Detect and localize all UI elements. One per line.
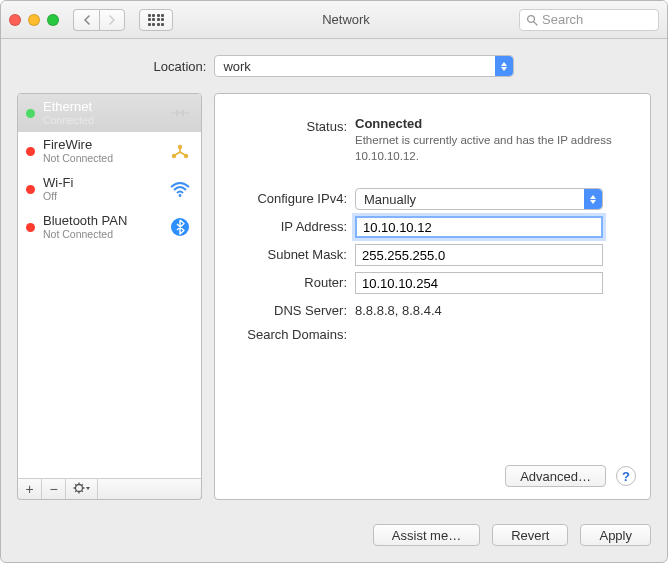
gear-icon <box>73 482 91 494</box>
svg-line-15 <box>81 484 82 485</box>
location-label: Location: <box>154 59 207 74</box>
service-item-wifi[interactable]: Wi-Fi Off <box>18 170 201 208</box>
service-name: Bluetooth PAN <box>43 214 159 229</box>
zoom-window-button[interactable] <box>47 14 59 26</box>
advanced-button[interactable]: Advanced… <box>505 465 606 487</box>
apply-button[interactable]: Apply <box>580 524 651 546</box>
svg-line-14 <box>75 491 76 492</box>
status-dot-icon <box>26 109 35 118</box>
select-stepper-icon <box>495 56 513 76</box>
configure-ipv4-value: Manually <box>364 192 416 207</box>
service-status: Connected <box>43 114 159 126</box>
svg-point-2 <box>178 145 182 149</box>
search-icon <box>526 14 538 26</box>
minimize-window-button[interactable] <box>28 14 40 26</box>
subnet-mask-field[interactable] <box>355 244 603 266</box>
router-label: Router: <box>221 272 355 290</box>
svg-point-7 <box>75 485 82 492</box>
window-title: Network <box>181 12 511 27</box>
service-sidebar: Ethernet Connected FireWire Not Connecte… <box>17 93 202 500</box>
location-row: Location: work <box>17 55 651 77</box>
subnet-mask-label: Subnet Mask: <box>221 244 355 262</box>
search-field[interactable]: Search <box>519 9 659 31</box>
firewire-icon <box>167 140 193 162</box>
service-item-bluetooth[interactable]: Bluetooth PAN Not Connected <box>18 208 201 246</box>
select-stepper-icon <box>584 189 602 209</box>
network-prefs-window: Network Search Location: work Ethernet <box>0 0 668 563</box>
search-placeholder: Search <box>542 12 583 27</box>
service-item-firewire[interactable]: FireWire Not Connected <box>18 132 201 170</box>
bluetooth-icon <box>167 216 193 238</box>
status-value: Connected <box>355 116 632 131</box>
add-service-button[interactable]: + <box>18 479 42 499</box>
configure-ipv4-label: Configure IPv4: <box>221 188 355 206</box>
show-all-button[interactable] <box>139 9 173 31</box>
service-status: Off <box>43 190 159 202</box>
status-dot-icon <box>26 223 35 232</box>
router-field[interactable] <box>355 272 603 294</box>
search-domains-label: Search Domains: <box>221 324 355 342</box>
revert-button[interactable]: Revert <box>492 524 568 546</box>
service-list[interactable]: Ethernet Connected FireWire Not Connecte… <box>17 93 202 479</box>
remove-service-button[interactable]: − <box>42 479 66 499</box>
forward-button[interactable] <box>99 9 125 31</box>
nav-back-forward <box>73 9 125 31</box>
svg-line-12 <box>75 484 76 485</box>
service-status: Not Connected <box>43 228 159 240</box>
titlebar: Network Search <box>1 1 667 39</box>
configure-ipv4-select[interactable]: Manually <box>355 188 603 210</box>
service-name: Ethernet <box>43 100 159 115</box>
service-item-ethernet[interactable]: Ethernet Connected <box>18 94 201 132</box>
service-name: FireWire <box>43 138 159 153</box>
window-controls <box>9 14 59 26</box>
help-button[interactable]: ? <box>616 466 636 486</box>
svg-point-5 <box>179 194 182 197</box>
grid-icon <box>148 14 165 26</box>
status-hint: Ethernet is currently active and has the… <box>355 133 632 164</box>
content-area: Location: work Ethernet Connected <box>1 39 667 512</box>
dns-server-value: 8.8.8.8, 8.8.4.4 <box>355 303 442 318</box>
close-window-button[interactable] <box>9 14 21 26</box>
dns-server-label: DNS Server: <box>221 300 355 318</box>
service-toolbar: + − <box>17 478 202 500</box>
ip-address-field[interactable] <box>355 216 603 238</box>
ip-address-label: IP Address: <box>221 216 355 234</box>
location-value: work <box>223 59 250 74</box>
service-name: Wi-Fi <box>43 176 159 191</box>
detail-pane: Status: Connected Ethernet is currently … <box>214 93 651 500</box>
svg-line-13 <box>81 491 82 492</box>
back-button[interactable] <box>73 9 99 31</box>
location-select[interactable]: work <box>214 55 514 77</box>
wifi-icon <box>167 178 193 200</box>
service-action-menu[interactable] <box>66 479 98 499</box>
svg-line-1 <box>534 21 537 24</box>
assist-me-button[interactable]: Assist me… <box>373 524 480 546</box>
ethernet-icon <box>167 102 193 124</box>
status-label: Status: <box>221 116 355 134</box>
footer-buttons: Assist me… Revert Apply <box>1 512 667 562</box>
status-dot-icon <box>26 147 35 156</box>
status-dot-icon <box>26 185 35 194</box>
service-status: Not Connected <box>43 152 159 164</box>
main-row: Ethernet Connected FireWire Not Connecte… <box>17 93 651 500</box>
